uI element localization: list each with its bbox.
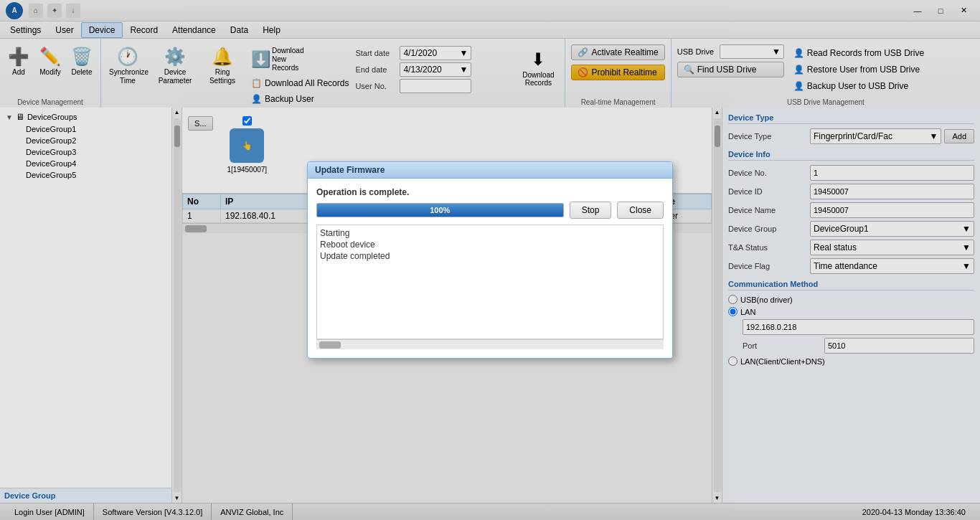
operation-complete-msg: Operation is complete. (316, 187, 664, 197)
log-line-1: Starting (320, 228, 660, 238)
modal-hscroll[interactable] (316, 339, 664, 349)
progress-bar-container: 100% (316, 203, 564, 217)
modal-overlay: Update Firmware Operation is complete. 1… (0, 0, 980, 520)
log-line-3: Update completed (320, 251, 660, 261)
stop-button[interactable]: Stop (570, 202, 612, 219)
modal-body: Operation is complete. 100% Stop Close S… (308, 179, 672, 358)
close-button-modal[interactable]: Close (617, 202, 664, 219)
modal-header: Update Firmware (308, 162, 672, 179)
progress-section: Operation is complete. 100% Stop Close (316, 187, 664, 219)
progress-percentage: 100% (430, 206, 450, 214)
log-area: Starting Reboot device Update completed (316, 224, 664, 339)
modal-hscroll-thumb (319, 341, 341, 349)
log-line-2: Reboot device (320, 240, 660, 250)
update-firmware-modal: Update Firmware Operation is complete. 1… (307, 161, 673, 359)
modal-title: Update Firmware (315, 165, 385, 175)
